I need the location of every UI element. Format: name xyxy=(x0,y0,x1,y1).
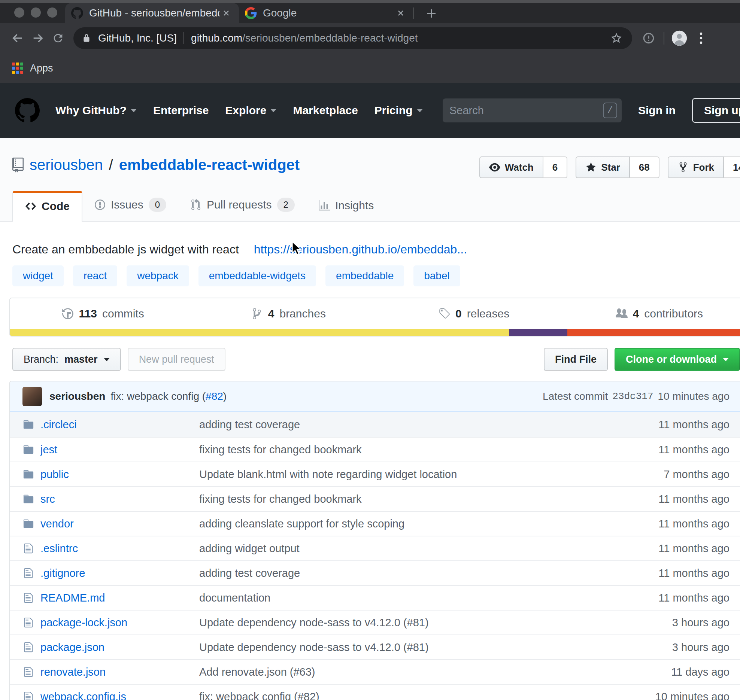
language-bar[interactable] xyxy=(10,329,740,336)
tab-issues[interactable]: Issues0 xyxy=(82,189,178,221)
commit-message-cell: Add renovate.json (#63) xyxy=(199,666,610,678)
gh-nav-why-github[interactable]: Why GitHub? xyxy=(55,104,137,117)
star-button[interactable]: Star xyxy=(576,156,630,178)
topic-widget[interactable]: widget xyxy=(12,265,64,286)
file-link[interactable]: webpack.config.js xyxy=(40,691,126,700)
gh-nav-enterprise[interactable]: Enterprise xyxy=(153,104,209,117)
file-link[interactable]: jest xyxy=(40,444,57,456)
commit-message-link[interactable]: adding test coverage xyxy=(199,567,300,579)
extension-alert-icon[interactable] xyxy=(640,30,657,46)
star-count[interactable]: 68 xyxy=(630,156,659,178)
browser-menu-icon[interactable] xyxy=(694,30,709,46)
file-link[interactable]: .gitignore xyxy=(40,567,85,579)
watch-button[interactable]: Watch xyxy=(479,156,543,178)
stat-contributors[interactable]: 4contributors xyxy=(567,307,740,320)
topic-webpack[interactable]: webpack xyxy=(127,265,189,286)
find-file-button[interactable]: Find File xyxy=(544,348,608,371)
close-tab-icon[interactable] xyxy=(394,6,407,20)
gh-nav-explore[interactable]: Explore xyxy=(225,104,276,117)
repo-owner-link[interactable]: seriousben xyxy=(30,156,103,173)
file-link[interactable]: .circleci xyxy=(40,419,77,431)
commit-message-link[interactable]: adding cleanslate support for style scop… xyxy=(199,518,404,530)
site-identity[interactable]: GitHub, Inc. [US] xyxy=(98,32,177,44)
watch-count[interactable]: 6 xyxy=(543,156,567,178)
file-link[interactable]: package.json xyxy=(40,641,104,654)
stat-branches[interactable]: 4branches xyxy=(195,307,381,320)
commit-message-suffix: ) xyxy=(223,390,227,402)
sign-in-link[interactable]: Sign in xyxy=(638,104,676,117)
address-text[interactable]: github.com/seriousben/embeddable-react-w… xyxy=(191,32,609,44)
tab-insights[interactable]: Insights xyxy=(307,190,386,221)
file-link[interactable]: .eslintrc xyxy=(40,542,78,555)
code-icon xyxy=(25,200,36,212)
commit-message-cell: adding cleanslate support for style scop… xyxy=(199,518,610,530)
tab-code[interactable]: Code xyxy=(12,191,82,222)
close-tab-icon[interactable] xyxy=(219,6,233,20)
search-input[interactable]: Search / xyxy=(443,98,622,122)
profile-avatar[interactable] xyxy=(671,30,688,46)
commit-message-link[interactable]: Update dependency node-sass to v4.12.0 (… xyxy=(199,641,429,653)
file-link[interactable]: public xyxy=(40,468,69,481)
apps-bookmark[interactable]: Apps xyxy=(30,63,53,74)
commit-message-link[interactable]: Update blank.html with note regarding wi… xyxy=(199,468,457,480)
table-row: README.mddocumentation11 months ago xyxy=(10,585,740,610)
commit-message-link[interactable]: Add renovate.json (#63) xyxy=(199,666,315,678)
stat-releases[interactable]: 0releases xyxy=(381,307,567,320)
new-pull-request-button[interactable]: New pull request xyxy=(128,348,225,371)
history-icon xyxy=(62,307,74,320)
commit-message-link[interactable]: Update dependency node-sass to v4.12.0 (… xyxy=(199,617,429,629)
minimize-window-button[interactable] xyxy=(31,7,41,18)
slash-shortcut-key: / xyxy=(603,103,617,118)
commit-message-link[interactable]: documentation xyxy=(199,592,270,604)
back-button[interactable] xyxy=(7,28,28,48)
github-header: Why GitHub?EnterpriseExploreMarketplaceP… xyxy=(0,83,740,138)
stat-commits[interactable]: 113commits xyxy=(10,307,195,320)
reload-button[interactable] xyxy=(48,28,68,48)
sign-up-button[interactable]: Sign up xyxy=(692,98,740,123)
commit-sha-link[interactable]: 23dc317 xyxy=(612,391,653,402)
zoom-window-button[interactable] xyxy=(47,7,57,18)
file-name-cell: README.md xyxy=(10,592,199,604)
topic-react[interactable]: react xyxy=(73,265,117,286)
github-logo-icon[interactable] xyxy=(15,98,40,123)
file-link[interactable]: src xyxy=(40,493,55,505)
file-link[interactable]: package-lock.json xyxy=(40,617,127,629)
file-link[interactable]: README.md xyxy=(40,592,105,604)
browser-tab-google[interactable]: Google xyxy=(239,3,413,23)
commit-message-link[interactable]: fixing tests for changed bookmark xyxy=(199,444,362,456)
fork-button[interactable]: Fork xyxy=(668,156,724,178)
tab-counter: 2 xyxy=(277,198,295,212)
commit-author-link[interactable]: seriousben xyxy=(49,390,105,402)
topic-embeddable-widgets[interactable]: embeddable-widgets xyxy=(198,265,316,286)
file-link[interactable]: vendor xyxy=(40,518,74,530)
gh-nav-marketplace[interactable]: Marketplace xyxy=(293,104,358,117)
latest-commit-bar: seriousben fix: webpack config ( #82 ) L… xyxy=(10,381,740,412)
commit-message-link[interactable]: adding widget output xyxy=(199,542,300,554)
commit-message-link[interactable]: fix: webpack config ( xyxy=(110,390,206,402)
bookmark-star-icon[interactable] xyxy=(609,31,624,46)
commit-message-link[interactable]: adding test coverage xyxy=(199,419,300,430)
stat-label: branches xyxy=(280,307,326,320)
repo-website-link[interactable]: https://seriousben.github.io/embeddab... xyxy=(254,243,467,256)
new-tab-button[interactable] xyxy=(422,4,440,22)
topic-embeddable[interactable]: embeddable xyxy=(325,265,404,286)
table-row: .gitignoreadding test coverage11 months … xyxy=(10,560,740,585)
gh-nav-pricing[interactable]: Pricing xyxy=(374,104,423,117)
tab-pull-requests[interactable]: Pull requests2 xyxy=(178,189,307,221)
commit-message-link[interactable]: fix: webpack config (#82) xyxy=(199,691,319,700)
browser-tab-github[interactable]: GitHub - seriousben/embeddal xyxy=(65,3,239,23)
file-link[interactable]: renovate.json xyxy=(40,666,106,678)
forward-button[interactable] xyxy=(28,28,48,48)
repo-name-link[interactable]: embeddable-react-widget xyxy=(119,156,300,173)
repo-pagehead: seriousben / embeddable-react-widget Wat… xyxy=(0,138,740,222)
clone-or-download-button[interactable]: Clone or download xyxy=(615,348,740,371)
commit-issue-link[interactable]: #82 xyxy=(206,390,223,402)
url-bar[interactable]: GitHub, Inc. [US] github.com/seriousben/… xyxy=(73,27,632,49)
branch-select-button[interactable]: Branch: master xyxy=(12,348,121,371)
commit-message-link[interactable]: fixing tests for changed bookmark xyxy=(199,493,362,505)
avatar[interactable] xyxy=(22,387,42,406)
close-window-button[interactable] xyxy=(14,7,24,18)
fork-count[interactable]: 14 xyxy=(724,156,740,178)
gh-nav-label: Pricing xyxy=(374,104,413,117)
topic-babel[interactable]: babel xyxy=(413,265,460,286)
